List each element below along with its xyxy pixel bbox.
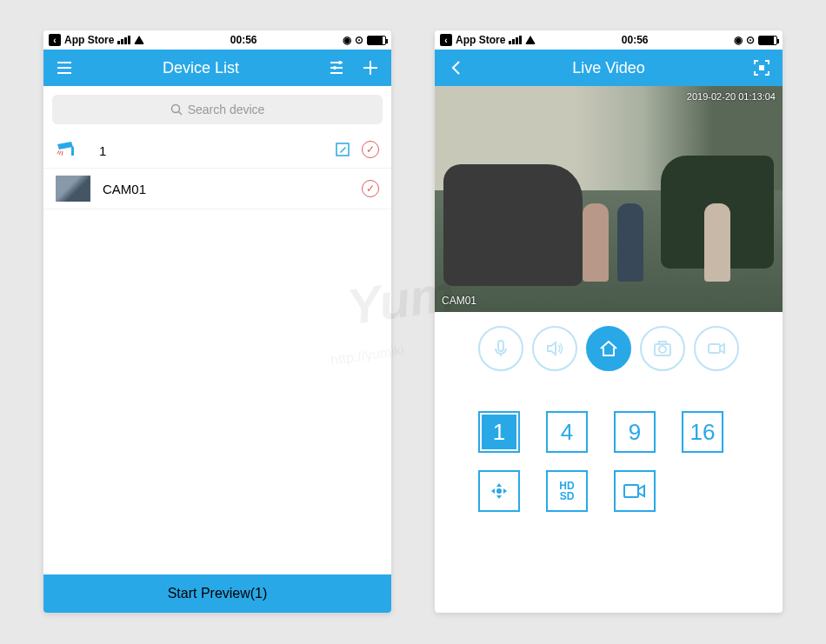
home-button[interactable] [586, 326, 631, 371]
svg-line-13 [57, 150, 59, 154]
svg-point-23 [496, 488, 502, 494]
svg-rect-2 [57, 72, 71, 74]
back-to-appstore-icon[interactable]: ‹ [440, 34, 452, 46]
device-group-row[interactable]: 1 ✓ [43, 133, 391, 169]
wifi-icon [134, 36, 144, 44]
svg-rect-1 [57, 67, 71, 69]
video-feed[interactable]: 2019-02-20 01:13:04 CAM01 [435, 86, 783, 312]
phone-device-list: ‹ App Store 00:56 ◉ ⊙ Device List Search… [43, 30, 391, 613]
battery-icon [367, 36, 386, 45]
grid-4-button[interactable]: 4 [546, 411, 588, 453]
cellular-signal-icon [509, 36, 522, 44]
svg-point-7 [333, 66, 336, 70]
speaker-button[interactable] [532, 326, 577, 371]
svg-rect-24 [624, 485, 638, 497]
svg-point-10 [171, 105, 179, 113]
snapshot-button[interactable] [640, 326, 685, 371]
select-check-icon[interactable]: ✓ [362, 141, 379, 158]
back-to-appstore-icon[interactable]: ‹ [49, 34, 61, 46]
back-icon[interactable] [445, 57, 466, 78]
svg-rect-9 [363, 67, 377, 69]
select-check-icon[interactable]: ✓ [362, 180, 379, 197]
svg-rect-12 [71, 147, 74, 156]
menu-icon[interactable] [54, 57, 75, 78]
svg-line-14 [59, 151, 61, 155]
search-input[interactable]: Search device [52, 95, 383, 124]
video-camera-label: CAM01 [442, 295, 476, 307]
wifi-icon [525, 36, 536, 44]
svg-rect-22 [709, 344, 720, 353]
add-icon[interactable] [360, 57, 381, 78]
header-live-video: Live Video [435, 50, 783, 86]
location-icon: ◉ [343, 34, 351, 46]
svg-rect-17 [759, 65, 764, 70]
grid-1-button[interactable]: 1 [478, 411, 520, 453]
record-button[interactable] [694, 326, 739, 371]
search-icon [170, 103, 183, 116]
start-preview-button[interactable]: Start Preview(1) [43, 574, 391, 613]
mic-button[interactable] [478, 326, 523, 371]
status-app-label[interactable]: App Store [456, 34, 505, 46]
location-icon: ◉ [734, 34, 743, 46]
phone-live-video: ‹ App Store 00:56 ◉ ⊙ Live Video 2019-02… [435, 30, 783, 613]
ptz-button[interactable] [478, 470, 520, 512]
quality-button[interactable]: HDSD [546, 470, 588, 512]
svg-line-15 [62, 151, 63, 156]
svg-point-20 [659, 346, 666, 353]
page-title: Live Video [572, 59, 645, 77]
cellular-signal-icon [117, 36, 130, 44]
svg-line-11 [178, 112, 182, 116]
status-bar: ‹ App Store 00:56 ◉ ⊙ [435, 30, 783, 50]
search-placeholder: Search device [188, 103, 265, 116]
filter-icon[interactable] [327, 57, 348, 78]
status-time: 00:56 [622, 34, 649, 46]
svg-point-6 [338, 61, 342, 64]
alarm-icon: ⊙ [746, 34, 755, 46]
camera-row[interactable]: CAM01 ✓ [43, 169, 391, 209]
camera-device-icon [56, 140, 82, 161]
edit-icon[interactable] [334, 141, 351, 161]
grid-options: 1 4 9 16 HDSD [435, 385, 783, 613]
video-timestamp: 2019-02-20 01:13:04 [687, 91, 776, 102]
svg-rect-5 [330, 72, 343, 74]
svg-rect-18 [498, 341, 503, 351]
camera-thumbnail [56, 176, 90, 202]
svg-rect-0 [57, 62, 71, 63]
status-app-label[interactable]: App Store [64, 34, 114, 46]
page-title: Device List [163, 59, 239, 77]
header-device-list: Device List [43, 50, 391, 86]
grid-9-button[interactable]: 9 [614, 411, 656, 453]
status-time: 00:56 [230, 34, 257, 46]
grid-16-button[interactable]: 16 [682, 411, 723, 453]
battery-icon [758, 36, 777, 45]
alarm-icon: ⊙ [355, 34, 363, 46]
fullscreen-icon[interactable] [751, 57, 772, 78]
control-bar [435, 312, 783, 385]
svg-rect-21 [659, 342, 666, 344]
video-mode-button[interactable] [614, 470, 656, 512]
camera-name: CAM01 [103, 182, 362, 196]
device-group-label: 1 [99, 143, 334, 158]
status-bar: ‹ App Store 00:56 ◉ ⊙ [43, 30, 391, 50]
